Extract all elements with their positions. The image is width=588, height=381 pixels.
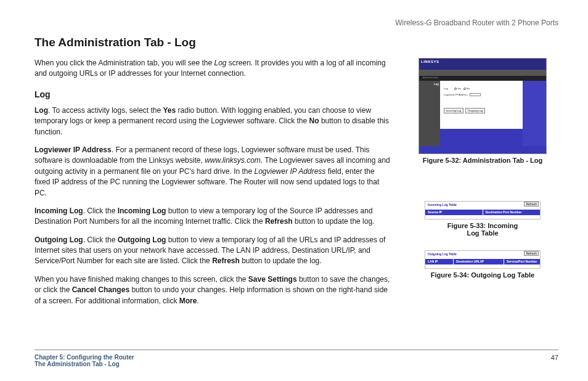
thumb-nav-label: Administration — [419, 76, 546, 81]
figure-33-thumbnail: Incoming Log Table Refresh Source IP Des… — [425, 201, 541, 219]
bold-text: Incoming Log — [118, 207, 166, 215]
paragraph-outgoing-log: Outgoing Log. Click the Outgoing Log but… — [35, 235, 392, 267]
figure-32-caption: Figure 5-32: Administration Tab - Log — [407, 157, 558, 164]
footer-section: The Administration Tab - Log — [35, 361, 134, 367]
thumb-no: No — [467, 87, 470, 90]
figure-34-thumbnail: Outgoing Log Table Refresh LAN IP Destin… — [425, 250, 541, 269]
thumb-col-dest-port: Destination Port Number — [483, 210, 541, 215]
thumb-log-label: Log — [444, 87, 448, 90]
paragraph-log: Log. To access activity logs, select the… — [35, 105, 392, 137]
italic-text: Logviewer IP Address — [254, 167, 325, 176]
radio-icon — [463, 88, 466, 90]
text: When you have finished making changes to… — [35, 275, 248, 284]
product-header: Wireless-G Broadband Router with 2 Phone… — [395, 18, 558, 27]
thumb-ip-label: Logviewer IP Address — [444, 93, 468, 96]
bold-text: Save Settings — [248, 275, 297, 284]
thumb-refresh-btn: Refresh — [524, 251, 539, 256]
thumb-ip-field — [470, 93, 481, 96]
bold-text: No — [309, 117, 319, 125]
text: . To access activity logs, select the — [48, 106, 163, 115]
radio-icon — [454, 88, 457, 90]
bold-text: Log — [35, 106, 48, 115]
bold-text: Yes — [163, 106, 176, 115]
bold-text: More — [179, 297, 197, 305]
page-number: 47 — [551, 354, 558, 361]
thumb-incoming-btn: Incoming Log — [444, 108, 463, 113]
bold-text: Refresh — [212, 256, 240, 265]
bold-text: Refresh — [265, 217, 293, 226]
text: . Click the — [83, 207, 118, 215]
bold-text: Outgoing Log — [35, 236, 83, 244]
main-column: When you click the Administration tab, y… — [35, 58, 392, 314]
paragraph-logviewer-ip: Logviewer IP Address. For a permanent re… — [35, 145, 392, 199]
thumb-col-lan-ip: LAN IP — [425, 259, 454, 264]
paragraph-incoming-log: Incoming Log. Click the Incoming Log but… — [35, 206, 392, 227]
intro-paragraph: When you click the Administration tab, y… — [35, 58, 392, 80]
thumb-col-dest-url: Destination URL/IP — [454, 259, 504, 264]
thumb-refresh-btn: Refresh — [524, 202, 539, 207]
page-title: The Administration Tab - Log — [35, 36, 558, 49]
thumb-yes: Yes — [457, 87, 462, 90]
figure-32-thumbnail: LINKSYS Administration Log Log Yes No Lo… — [419, 58, 547, 154]
thumb-col-service-port: Service/Port Number — [504, 259, 540, 264]
bold-text: Incoming Log — [35, 207, 83, 215]
paragraph-save-settings: When you have finished making changes to… — [35, 274, 392, 306]
thumb-title: Incoming Log Table — [428, 203, 457, 207]
text: button to update the log. — [240, 256, 322, 265]
bold-text: Logviewer IP Address — [35, 145, 112, 154]
page-footer: Chapter 5: Configuring the Router The Ad… — [35, 350, 558, 367]
section-heading-log: Log — [35, 89, 392, 99]
text: button to update the log. — [293, 217, 375, 226]
thumb-side-label: Log — [419, 81, 440, 154]
thumb-outgoing-btn: Outgoing Log — [465, 108, 485, 113]
thumb-brand: LINKSYS — [419, 59, 546, 70]
bold-text: Outgoing Log — [118, 236, 166, 244]
figures-column: LINKSYS Administration Log Log Yes No Lo… — [407, 58, 558, 314]
figure-33-caption: Figure 5-33: Incoming Log Table — [443, 222, 523, 237]
thumb-title: Outgoing Log Table — [428, 252, 457, 256]
italic-text: Log — [214, 59, 226, 67]
text: . — [197, 297, 198, 305]
italic-text: www.linksys.com — [205, 156, 261, 165]
bold-text: Cancel Changes — [72, 285, 129, 294]
figure-34-caption: Figure 5-34: Outgoing Log Table — [407, 271, 558, 279]
text: . Click the — [83, 236, 118, 244]
thumb-col-source-ip: Source IP — [425, 210, 483, 215]
text: When you click the Administration tab, y… — [35, 59, 214, 67]
footer-chapter: Chapter 5: Configuring the Router — [35, 354, 134, 361]
